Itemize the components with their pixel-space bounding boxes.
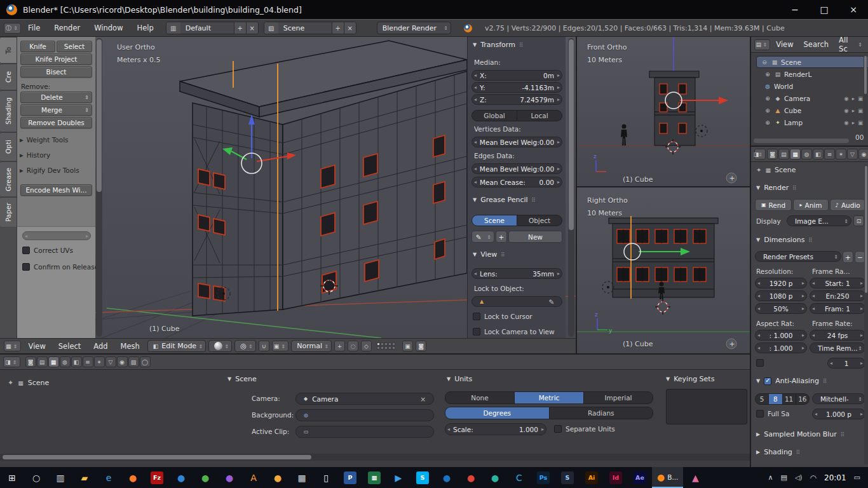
active-clip-field[interactable]: ▭ [295, 426, 434, 438]
outliner-row-lamp[interactable]: ⊕ ✦ Lamp ◉ ▸ ▣ [751, 116, 868, 128]
toolshelf-tab-shading[interactable]: Shading [0, 90, 17, 132]
expander-icon[interactable]: ⊕ [764, 95, 771, 102]
lock-to-cursor-checkbox[interactable] [473, 313, 480, 320]
lock-camera-checkbox[interactable] [473, 328, 480, 336]
toolshelf-tab-tools[interactable]: To [0, 37, 17, 64]
outliner-row-world[interactable]: ◍ World [751, 80, 868, 92]
taskbar-skype-icon[interactable]: S [410, 467, 435, 488]
taskbar-filezilla-icon[interactable]: Fz [145, 467, 169, 488]
snap-magnet-icon[interactable]: ∪ [259, 341, 269, 351]
knife-project-button[interactable]: Knife Project [20, 53, 92, 65]
taskbar-notepad-icon[interactable]: ▯ [314, 467, 338, 488]
taskbar-start-icon[interactable]: ⊞ [0, 467, 24, 488]
properties-tab-constraints-icon[interactable]: ≡ [83, 356, 93, 367]
render-panel-header[interactable]: Render⠿ [756, 184, 797, 192]
lock-object-field[interactable]: ▲ ✎ [471, 296, 562, 307]
background-set-field[interactable]: ◍ [295, 409, 434, 421]
taskbar-clock[interactable]: 20:01 [824, 473, 846, 482]
taskbar-blender-icon[interactable]: ●B... [652, 467, 683, 488]
properties-tab-data-icon[interactable]: ▽ [847, 149, 858, 159]
units-radians-button[interactable]: Radians [550, 407, 654, 419]
taskbar-app-pink-icon[interactable]: ▲ [683, 467, 707, 488]
fps-field[interactable]: 24 fps [810, 330, 865, 341]
expander-icon[interactable]: ⊕ [764, 107, 771, 114]
lock-to-cursor-row[interactable]: Lock to Cursor [473, 313, 532, 320]
properties-tab-object-icon[interactable]: ◧ [813, 149, 824, 159]
outliner-row-renderlayers[interactable]: ⊕ ▤ RenderL [751, 68, 868, 80]
selectability-icon[interactable]: ▸ [852, 107, 855, 114]
scene-selector[interactable]: ▧ Scene + × [264, 22, 356, 34]
mode-dropdown[interactable]: ◧ Edit Mode [147, 340, 206, 352]
delete-button[interactable]: Delete [20, 92, 92, 103]
outliner-row-cube[interactable]: ⊕ ▲ Cube ◉ ▸ ▣ [751, 104, 868, 116]
properties-tab-render-icon[interactable]: ◙ [25, 356, 36, 367]
expander-icon[interactable]: ⊕ [764, 119, 771, 126]
properties-tab-texture-icon[interactable]: ▨ [128, 356, 139, 367]
taskbar-app-c-blue-icon[interactable]: C [507, 467, 531, 488]
properties-tab-data-icon[interactable]: ▽ [105, 356, 116, 367]
visibility-eye-icon[interactable]: ◉ [844, 95, 848, 102]
tray-chevron-icon[interactable]: ∧ [768, 473, 773, 482]
antialiasing-panel-header[interactable]: Anti-Aliasing⠿ [756, 377, 827, 385]
taskbar-media-player-icon[interactable]: ▶ [386, 467, 410, 488]
mean-crease-field[interactable]: Mean Crease:0.00 [471, 177, 562, 187]
taskbar-excel-icon[interactable]: ▦ [362, 467, 386, 488]
n-panel-scrollbar[interactable] [568, 38, 574, 337]
editor-type-outliner-icon[interactable]: ▤ [754, 39, 770, 50]
manipulator-scale-icon[interactable]: ◇ [361, 341, 372, 351]
layout-delete-button[interactable]: × [246, 22, 258, 34]
aa-filter-dropdown[interactable]: Mitchell- [812, 393, 865, 404]
opengl-render-icon[interactable]: ▣ [402, 341, 413, 351]
viewport-3d-right[interactable]: y z + Right Ortho 10 Meters (1) Cube [577, 187, 750, 353]
confirm-release-checkbox[interactable] [22, 263, 30, 271]
local-button[interactable]: Local [517, 110, 562, 121]
operator-value-field[interactable] [22, 231, 91, 240]
bisect-button[interactable]: Bisect [20, 66, 92, 78]
grease-pencil-panel-header[interactable]: Grease Pencil⠿ [473, 196, 536, 204]
median-z-field[interactable]: Z:7.24579m [471, 94, 562, 105]
menu-render[interactable]: Render [47, 24, 87, 32]
taskbar-app-orange-a-icon[interactable]: A [241, 467, 266, 488]
separate-units-row[interactable]: Separate Units [554, 425, 615, 433]
motion-blur-panel-header[interactable]: Sampled Motion Blur⠿ [756, 430, 844, 438]
toolshelf-tab-paper[interactable]: Paper [0, 197, 17, 227]
tray-network-icon[interactable]: ◠ [810, 473, 817, 482]
taskbar-app-purple-icon[interactable]: ● [217, 467, 241, 488]
editor-type-info-icon[interactable]: ⓘ [4, 23, 21, 34]
taskbar-app-blue-circle-icon[interactable]: ● [169, 467, 193, 488]
grease-object-button[interactable]: Object [517, 215, 562, 226]
layout-add-button[interactable]: + [234, 22, 246, 34]
mean-bevel-field[interactable]: Mean Bevel Weig:0.00 [471, 137, 562, 147]
properties-tab-material-icon[interactable]: ◉ [858, 149, 868, 159]
display-external-icon[interactable]: ⊡ [853, 215, 864, 226]
taskbar-photoshop-icon[interactable]: Ps [531, 467, 555, 488]
visibility-eye-icon[interactable]: ◉ [844, 107, 848, 114]
expander-icon[interactable]: ⊕ [764, 71, 771, 78]
properties-tab-world-icon[interactable]: ◍ [60, 356, 71, 367]
properties-scrollbar[interactable] [864, 165, 868, 464]
frame-start-field[interactable]: Start: 1 [810, 278, 865, 288]
global-button[interactable]: Global [471, 110, 517, 121]
maximize-button[interactable]: □ [810, 0, 839, 19]
pin-icon[interactable]: ✦ [8, 379, 13, 387]
resolution-percentage-field[interactable]: 50% [755, 303, 807, 314]
properties-tab-scene-icon[interactable]: ▦ [790, 149, 801, 159]
properties-tab-render-icon[interactable]: ◙ [767, 149, 778, 159]
render-button[interactable]: ▣ Rend [755, 199, 792, 211]
full-sample-checkbox[interactable] [756, 410, 764, 417]
manipulator-translate-icon[interactable]: + [334, 341, 345, 351]
snap-element-icon[interactable]: ▣ [272, 341, 289, 351]
toolshelf-scrollbar[interactable] [96, 38, 102, 337]
outliner-view-menu[interactable]: View [771, 40, 797, 49]
properties-tab-object-icon[interactable]: ◧ [71, 356, 82, 367]
taskbar-search-icon[interactable]: ○ [24, 467, 48, 488]
time-remap-value-field[interactable]: 1 [827, 358, 865, 369]
mean-bevel-edges-field[interactable]: Mean Bevel Weig:0.00 [471, 163, 562, 174]
scene-delete-button[interactable]: × [344, 22, 356, 34]
selectability-icon[interactable]: ▸ [852, 95, 855, 102]
visibility-eye-icon[interactable]: ◉ [844, 119, 848, 126]
resolution-y-field[interactable]: 1080 p [755, 290, 807, 301]
time-remapping-dropdown[interactable]: Time Rem... [810, 342, 865, 353]
menu-help[interactable]: Help [130, 24, 161, 32]
confirm-release-row[interactable]: Confirm on Release [22, 263, 98, 271]
